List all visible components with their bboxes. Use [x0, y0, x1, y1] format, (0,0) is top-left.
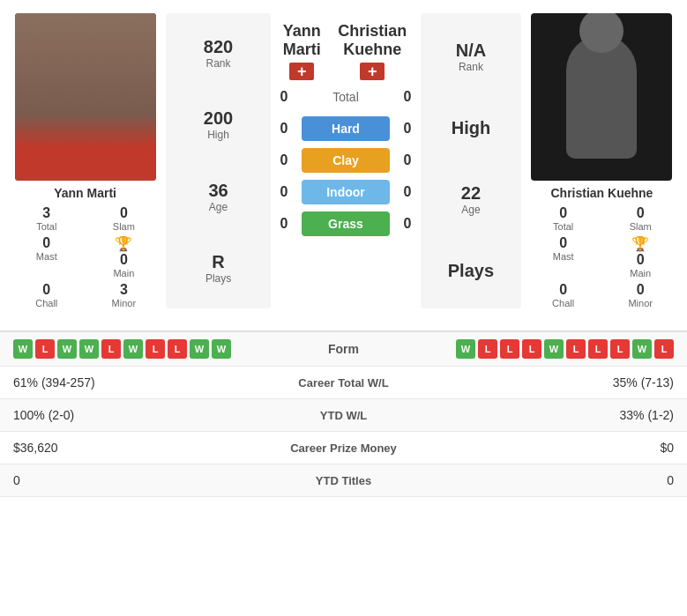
left-rank-stat: 820 Rank: [204, 37, 233, 70]
total-score-right: 0: [399, 89, 416, 105]
form-badge-right: L: [610, 339, 630, 359]
indoor-row: 0 Indoor 0: [275, 180, 416, 204]
form-badge-right: W: [456, 339, 475, 359]
top-section: Yann Marti 3 Total 0 Slam 0 Mast 🏆 0 Ma: [0, 0, 687, 322]
left-age-value: 36: [208, 181, 228, 201]
right-player-name-top: Christian Kuehne: [329, 22, 416, 59]
form-row: WLWWLWLLWW Form WLLLWLLLWL: [0, 332, 687, 367]
right-player-photo: [531, 13, 672, 181]
hard-row: 0 Hard 0: [275, 116, 416, 141]
surface-rows: 0 Hard 0 0 Clay 0 0 Indoor: [275, 116, 416, 236]
right-minor-cell: 0 Minor: [607, 282, 674, 308]
stat-row: 61% (394-257) Career Total W/L 35% (7-13…: [0, 367, 687, 399]
left-player-name: Yann Marti: [54, 186, 116, 200]
left-flag-icon: [289, 63, 314, 80]
form-badge-left: L: [146, 339, 165, 359]
form-badge-right: W: [544, 339, 564, 359]
left-player-card: Yann Marti 3 Total 0 Slam 0 Mast 🏆 0 Ma: [9, 13, 161, 308]
form-badge-left: W: [79, 339, 99, 359]
form-badge-right: L: [522, 339, 541, 359]
left-mast-value: 0: [42, 235, 50, 251]
form-badge-left: W: [212, 339, 231, 359]
left-age-stat: 36 Age: [208, 181, 228, 213]
right-chall-value: 0: [559, 282, 567, 298]
stat-row-center-1: YTD W/L: [265, 409, 423, 422]
indoor-badge: Indoor: [302, 180, 390, 204]
christian-face: [531, 13, 672, 181]
right-player-stats: 0 Total 0 Slam 0 Mast 🏆 0 Main 0: [526, 205, 678, 308]
form-badge-right: L: [566, 339, 586, 359]
form-label: Form: [291, 342, 397, 356]
right-rank-value: N/A: [456, 41, 486, 61]
right-main-value: 0: [637, 252, 645, 268]
right-slam-label: Slam: [630, 221, 652, 232]
clay-score-right: 0: [399, 152, 416, 168]
right-age-value: 22: [461, 183, 481, 204]
stat-row-center-2: Career Prize Money: [265, 442, 423, 455]
left-chall-cell: 0 Chall: [13, 282, 80, 308]
hard-score-right: 0: [399, 121, 416, 137]
right-player-name: Christian Kuehne: [550, 186, 653, 200]
yann-face: [15, 13, 156, 181]
left-total-cell: 3 Total: [13, 205, 80, 232]
left-main-label: Main: [113, 268, 134, 278]
right-plays-value: Plays: [448, 261, 494, 281]
right-age-label: Age: [461, 204, 480, 216]
left-slam-cell: 0 Slam: [91, 205, 158, 232]
right-minor-label: Minor: [628, 298, 653, 308]
indoor-score-left: 0: [275, 184, 293, 200]
grass-row: 0 Grass 0: [275, 212, 416, 236]
hard-score-left: 0: [275, 121, 293, 137]
right-plays-stat: Plays: [448, 261, 494, 281]
stat-row-left-2: $36,620: [13, 441, 265, 455]
left-slam-value: 0: [120, 205, 128, 221]
right-trophy-cell: 🏆 0 Main: [607, 235, 674, 278]
left-player-header: Yann Marti: [275, 22, 329, 80]
left-age-label: Age: [209, 201, 228, 213]
stats-table: WLWWLWLLWW Form WLLLWLLLWL 61% (394-257)…: [0, 330, 687, 497]
right-mast-value: 0: [559, 235, 567, 251]
match-section: Yann Marti Christian Kuehne 0 Total 0 0: [275, 13, 416, 308]
left-slam-label: Slam: [113, 221, 135, 232]
right-flag-icon: [360, 63, 385, 80]
left-minor-value: 3: [120, 282, 128, 298]
left-player-photo: [15, 13, 156, 181]
left-rank-label: Rank: [206, 57, 231, 70]
left-mast-cell: 0 Mast: [13, 235, 80, 278]
left-rank-value: 820: [204, 37, 233, 57]
left-trophy-icon: 🏆: [115, 235, 132, 252]
total-score-left: 0: [275, 89, 293, 105]
right-center-panel: N/A Rank High 22 Age Plays: [421, 13, 521, 308]
right-minor-value: 0: [637, 282, 645, 298]
stat-rows-container: 61% (394-257) Career Total W/L 35% (7-13…: [0, 367, 687, 497]
clay-row: 0 Clay 0: [275, 148, 416, 173]
left-plays-stat: R Plays: [205, 252, 231, 285]
form-badge-left: L: [35, 339, 55, 359]
form-badge-right: L: [654, 339, 674, 359]
right-age-stat: 22 Age: [461, 183, 481, 216]
stat-row: 100% (2-0) YTD W/L 33% (1-2): [0, 399, 687, 432]
form-badge-left: W: [190, 339, 209, 359]
stat-row-right-2: $0: [423, 441, 675, 455]
form-badges-left: WLWWLWLLWW: [13, 339, 291, 359]
form-badge-left: W: [13, 339, 33, 359]
player-header: Yann Marti Christian Kuehne: [275, 22, 416, 80]
silhouette-shape: [566, 35, 637, 159]
stat-row-right-3: 0: [423, 473, 675, 487]
right-rank-stat: N/A Rank: [456, 41, 486, 73]
form-badge-right: L: [500, 339, 519, 359]
clay-score-left: 0: [275, 152, 293, 168]
left-chall-label: Chall: [35, 298, 57, 308]
total-label: Total: [302, 90, 390, 104]
right-slam-value: 0: [637, 205, 645, 221]
right-total-label: Total: [553, 221, 573, 232]
stat-row: 0 YTD Titles 0: [0, 464, 687, 497]
right-mast-cell: 0 Mast: [530, 235, 597, 278]
hard-badge: Hard: [302, 116, 390, 141]
left-total-label: Total: [36, 221, 56, 232]
stat-row-right-0: 35% (7-13): [423, 375, 675, 390]
total-row: 0 Total 0: [275, 89, 416, 105]
left-plays-label: Plays: [205, 272, 231, 285]
form-badge-right: L: [478, 339, 497, 359]
stat-row-right-1: 33% (1-2): [423, 408, 675, 422]
